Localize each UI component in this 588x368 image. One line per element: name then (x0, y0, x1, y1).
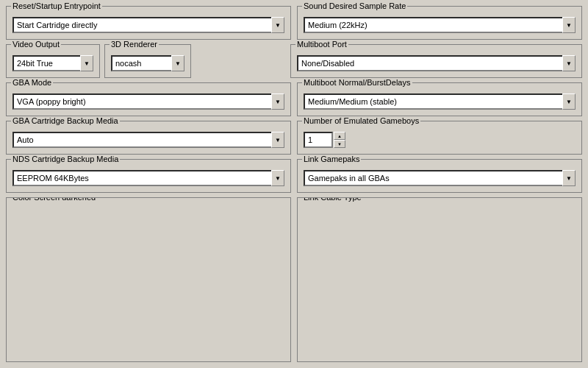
color-screen-group: Color Screen darkened (6, 197, 291, 362)
spin-down-button[interactable]: ▼ (334, 140, 345, 148)
color-screen-label: Color Screen darkened (11, 197, 97, 202)
gba-mode-label: GBA Mode (11, 78, 53, 87)
multiboot-delays-select[interactable]: Medium/Medium (stable) Fast/Fast Slow/Sl… (304, 93, 576, 110)
multiboot-port-label: Multiboot Port (295, 40, 348, 49)
sound-sample-rate-group: Sound Desired Sample Rate Medium (22kHz)… (297, 6, 582, 40)
spin-up-button[interactable]: ▲ (334, 132, 345, 140)
renderer-label: 3D Renderer (110, 40, 159, 49)
link-gamepaks-select-wrapper: Gamepaks in all GBAs None Gamepaks in GB… (304, 170, 576, 186)
gba-backup-select-wrapper: Auto None EEPROM SRAM Flash ▼ (12, 132, 284, 148)
renderer-select-wrapper: nocash OpenGL Software ▼ (111, 55, 184, 71)
row-4: GBA Cartridge Backup Media Auto None EEP… (6, 121, 582, 155)
renderer-select[interactable]: nocash OpenGL Software (111, 55, 184, 71)
emulated-gameboys-label: Number of Emulated Gameboys (302, 116, 420, 125)
nds-backup-select-wrapper: EEPROM 64KBytes None EEPROM 512Bytes EEP… (12, 170, 284, 186)
multiboot-port-select[interactable]: None/Disabled COM1 COM2 (297, 55, 576, 71)
reset-startup-group: Reset/Startup Entrypoint Start Cartridge… (6, 6, 291, 40)
emulated-gameboys-group: Number of Emulated Gameboys ▲ ▼ (297, 121, 582, 155)
gba-backup-label: GBA Cartridge Backup Media (11, 116, 120, 125)
reset-startup-label: Reset/Startup Entrypoint (11, 1, 102, 10)
video-output-select[interactable]: 24bit True 16bit 8bit (12, 55, 93, 71)
video-output-label: Video Output (11, 40, 61, 49)
renderer-group: 3D Renderer nocash OpenGL Software ▼ (104, 44, 191, 78)
video-output-select-wrapper: 24bit True 16bit 8bit ▼ (12, 55, 93, 71)
nds-backup-select[interactable]: EEPROM 64KBytes None EEPROM 512Bytes EEP… (12, 170, 284, 186)
row-6: Color Screen darkened Link Cable Type (6, 197, 582, 362)
video-renderer-container: Video Output 24bit True 16bit 8bit ▼ 3D … (6, 44, 284, 78)
multiboot-delays-select-wrapper: Medium/Medium (stable) Fast/Fast Slow/Sl… (304, 93, 576, 110)
sound-sample-rate-label: Sound Desired Sample Rate (302, 1, 407, 10)
gba-mode-select-wrapper: VGA (poppy bright) Normal Dark ▼ (12, 93, 284, 110)
video-output-group: Video Output 24bit True 16bit 8bit ▼ (6, 44, 100, 78)
link-cable-group: Link Cable Type (297, 197, 582, 362)
multiboot-port-group: Multiboot Port None/Disabled COM1 COM2 ▼ (290, 44, 582, 78)
link-gamepaks-select[interactable]: Gamepaks in all GBAs None Gamepaks in GB… (304, 170, 576, 186)
gba-mode-select[interactable]: VGA (poppy bright) Normal Dark (12, 93, 284, 110)
nds-backup-label: NDS Cartridge Backup Media (11, 155, 120, 163)
emulated-gameboys-input[interactable] (304, 132, 333, 148)
link-gamepaks-group: Link Gamepaks Gamepaks in all GBAs None … (297, 159, 582, 193)
gba-backup-select[interactable]: Auto None EEPROM SRAM Flash (12, 132, 284, 148)
multiboot-delays-label: Multiboot Normal/BurstDelays (302, 78, 412, 87)
multiboot-port-select-wrapper: None/Disabled COM1 COM2 ▼ (297, 55, 576, 71)
row-5: NDS Cartridge Backup Media EEPROM 64KByt… (6, 159, 582, 193)
spin-buttons: ▲ ▼ (334, 132, 345, 148)
link-cable-label: Link Cable Type (302, 197, 363, 202)
row-3: GBA Mode VGA (poppy bright) Normal Dark … (6, 82, 582, 116)
row-1: Reset/Startup Entrypoint Start Cartridge… (6, 6, 582, 40)
gba-mode-group: GBA Mode VGA (poppy bright) Normal Dark … (6, 82, 291, 116)
emulated-gameboys-spinbox: ▲ ▼ (304, 132, 576, 148)
multiboot-delays-group: Multiboot Normal/BurstDelays Medium/Medi… (297, 82, 582, 116)
reset-startup-select[interactable]: Start Cartridge directly Gameboy BIOS ND… (12, 17, 284, 33)
gba-backup-group: GBA Cartridge Backup Media Auto None EEP… (6, 121, 291, 155)
nds-backup-group: NDS Cartridge Backup Media EEPROM 64KByt… (6, 159, 291, 193)
link-gamepaks-label: Link Gamepaks (302, 155, 361, 163)
row-2: Video Output 24bit True 16bit 8bit ▼ 3D … (6, 44, 582, 78)
settings-panel: Reset/Startup Entrypoint Start Cartridge… (0, 0, 588, 368)
sound-sample-rate-select[interactable]: Medium (22kHz) Low (11kHz) High (44kHz) (304, 17, 576, 33)
sound-sample-rate-select-wrapper: Medium (22kHz) Low (11kHz) High (44kHz) … (304, 17, 576, 33)
reset-startup-select-wrapper: Start Cartridge directly Gameboy BIOS ND… (12, 17, 284, 33)
